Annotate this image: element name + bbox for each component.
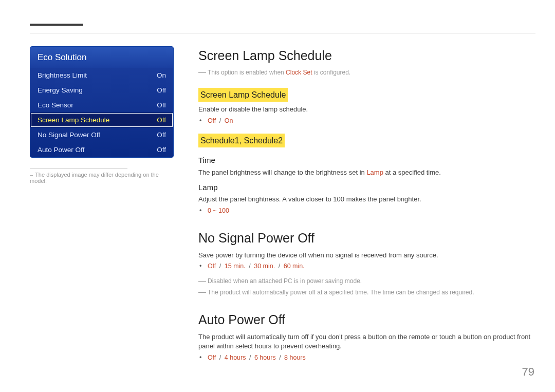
options-nspo: Off / 15 min. / 30 min. / 60 min. [207,262,535,271]
option-lamp-range: 0 ~ 100 [208,207,229,214]
option-separator: / [219,354,221,361]
osd-footnote: –The displayed image may differ dependin… [30,165,174,184]
main-layout: Eco Solution Brightness Limit On Energy … [30,46,535,367]
desc-apo: The product will automatically turn off … [198,332,535,352]
option-apo-off: Off [208,354,216,361]
note-clock-set-term: Clock Set [286,69,312,76]
dash-icon: ― [198,287,206,296]
options-sls: Off / On [207,116,535,125]
note-nspo-2-text: The product will automatically power off… [208,289,474,296]
option-nspo-30: 30 min. [254,263,275,270]
osd-row-value: Off [157,146,166,154]
osd-row-value: Off [157,101,166,109]
note-text-pre: This option is enabled when [208,69,286,76]
osd-row-value: Off [157,131,166,139]
osd-row-label: No Signal Power Off [38,131,100,139]
dash-icon: ― [198,276,206,285]
osd-row-brightness-limit[interactable]: Brightness Limit On [30,68,173,83]
header-accent-bar [30,24,83,26]
desc-time: The panel brightness will change to the … [198,168,535,178]
osd-row-value: Off [157,116,166,124]
option-separator: / [279,354,281,361]
osd-row-value: On [157,71,166,79]
osd-row-label: Eco Sensor [38,101,73,109]
desc-sls: Enable or disable the lamp schedule. [198,105,535,115]
osd-row-value: Off [157,86,166,94]
option-apo-8h: 8 hours [284,354,306,361]
desc-lamp: Adjust the panel brightness. A value clo… [198,195,535,204]
option-apo-6h: 6 hours [254,354,276,361]
desc-time-post: at a specified time. [383,169,441,176]
dash-icon: ― [198,67,206,76]
sidebar: Eco Solution Brightness Limit On Energy … [30,46,174,367]
note-clock-set: ―This option is enabled when Clock Set i… [198,68,535,77]
page-number: 79 [522,365,534,379]
note-nspo-2: ―The product will automatically power of… [198,288,535,297]
option-nspo-15: 15 min. [225,263,246,270]
option-nspo-60: 60 min. [284,263,305,270]
option-separator: / [219,117,221,124]
osd-title: Eco Solution [30,47,173,68]
desc-nspo: Save power by turning the device off whe… [198,251,535,260]
content: Screen Lamp Schedule ―This option is ena… [198,46,535,367]
option-separator: / [219,263,221,270]
header-rule [30,33,535,33]
osd-row-eco-sensor[interactable]: Eco Sensor Off [30,98,173,113]
subheading-screen-lamp-schedule: Screen Lamp Schedule [198,88,288,102]
dash-icon: – [30,172,33,178]
osd-row-energy-saving[interactable]: Energy Saving Off [30,83,173,98]
osd-row-no-signal-power-off[interactable]: No Signal Power Off Off [30,127,173,142]
desc-time-pre: The panel brightness will change to the … [198,169,366,176]
osd-footnote-text: The displayed image may differ depending… [30,172,159,184]
osd-row-label: Auto Power Off [38,146,84,154]
note-text-post: is configured. [312,69,350,76]
heading-lamp: Lamp [198,182,535,193]
osd-row-screen-lamp-schedule[interactable]: Screen Lamp Schedule Off [30,113,173,127]
heading-auto-power-off: Auto Power Off [198,310,535,329]
option-separator: / [279,263,280,270]
osd-row-label: Energy Saving [38,86,83,94]
desc-time-lamp-term: Lamp [366,169,383,176]
heading-screen-lamp-schedule: Screen Lamp Schedule [198,46,535,65]
option-off: Off [208,117,216,124]
heading-time: Time [198,155,535,166]
note-nspo-1: ―Disabled when an attached PC is in powe… [198,276,535,286]
osd-row-auto-power-off[interactable]: Auto Power Off Off [30,142,173,157]
osd-panel: Eco Solution Brightness Limit On Energy … [30,46,174,158]
subheading-schedule1-schedule2: Schedule1, Schedule2 [198,134,285,147]
option-on: On [225,117,233,124]
option-separator: / [249,354,251,361]
option-separator: / [249,263,250,270]
heading-no-signal-power-off: No Signal Power Off [198,229,535,247]
option-nspo-off: Off [208,263,216,270]
options-lamp: 0 ~ 100 [207,206,535,215]
option-apo-4h: 4 hours [225,354,246,361]
osd-row-label: Screen Lamp Schedule [38,116,109,124]
note-nspo-1-text: Disabled when an attached PC is in power… [208,277,362,285]
options-apo: Off / 4 hours / 6 hours / 8 hours [207,353,535,362]
osd-row-label: Brightness Limit [38,71,87,79]
